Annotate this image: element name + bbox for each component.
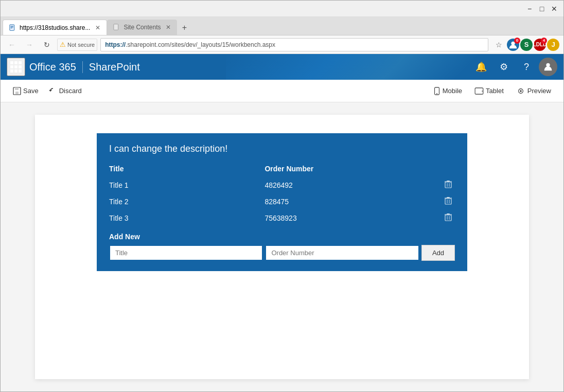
avatar-ld: LDLD 4 <box>534 39 546 51</box>
svg-rect-2 <box>11 27 13 27</box>
trash-icon <box>445 213 452 221</box>
svg-rect-28 <box>447 213 450 215</box>
row-action-1 <box>420 193 455 210</box>
mobile-icon <box>433 87 440 95</box>
settings-button[interactable]: ⚙ <box>494 57 514 77</box>
svg-rect-16 <box>445 182 451 188</box>
row-order-0: 4826492 <box>265 177 420 193</box>
svg-rect-3 <box>11 28 13 28</box>
close-button[interactable]: ✕ <box>549 4 559 14</box>
add-button[interactable]: Add <box>421 245 455 261</box>
avatar-people-icon: 0 <box>507 39 519 51</box>
svg-point-6 <box>546 63 550 67</box>
sp-main: I can change the description! Title Orde… <box>1 102 563 391</box>
help-button[interactable]: ? <box>516 57 537 77</box>
preview-button[interactable]: Preview <box>512 85 555 97</box>
maximize-button[interactable]: □ <box>537 4 547 14</box>
svg-point-15 <box>520 90 522 92</box>
avatar-j: J <box>547 39 559 51</box>
svg-point-13 <box>482 91 483 92</box>
url-normal-part: .sharepoint.com/sites/dev/_layouts/15/wo… <box>126 41 275 48</box>
svg-rect-0 <box>10 24 14 30</box>
delete-button-0[interactable] <box>442 179 455 191</box>
minimize-button[interactable]: − <box>524 4 535 14</box>
waffle-button[interactable] <box>7 58 25 76</box>
app-content: Office 365 SharePoint 🔔 ⚙ ? Save <box>1 54 563 391</box>
url-secure-part: https:// <box>105 41 126 48</box>
page-icon <box>9 24 16 31</box>
security-text: Not secure <box>67 42 95 48</box>
svg-rect-26 <box>445 215 451 221</box>
row-action-2 <box>420 210 455 226</box>
tablet-button[interactable]: Tablet <box>470 85 508 97</box>
sp-header-content: Office 365 SharePoint 🔔 ⚙ ? <box>1 57 563 77</box>
sp-header: Office 365 SharePoint 🔔 ⚙ ? <box>1 54 563 80</box>
table-row: Title 3 75638923 <box>109 210 455 226</box>
browser-avatars: 0 S LDLD 4 J <box>507 39 559 51</box>
row-title-1: Title 2 <box>109 193 265 210</box>
tab-close-inactive[interactable]: ✕ <box>166 24 171 31</box>
title-bar: − □ ✕ <box>1 1 563 17</box>
col-action-header <box>420 163 455 177</box>
input-row: Add <box>109 245 455 261</box>
row-title-0: Title 1 <box>109 177 265 193</box>
col-order-header: Order Number <box>265 163 420 177</box>
avatar-badge-1: 0 <box>514 38 520 44</box>
notification-button[interactable]: 🔔 <box>471 57 491 77</box>
delete-button-2[interactable] <box>442 212 455 224</box>
view-buttons: Mobile Tablet Preview <box>429 85 555 97</box>
tablet-icon <box>474 87 484 95</box>
webpart-table: Title Order Number Title 1 4826492 <box>109 163 455 226</box>
svg-rect-21 <box>445 199 451 204</box>
svg-point-11 <box>436 93 437 94</box>
tablet-label: Tablet <box>486 87 504 95</box>
svg-rect-23 <box>447 197 450 198</box>
row-action-0 <box>420 177 455 193</box>
save-icon <box>13 87 21 95</box>
discard-icon <box>49 87 57 95</box>
avatar-badge-3: 4 <box>541 38 547 44</box>
mobile-label: Mobile <box>443 87 462 95</box>
tab-close-active[interactable]: ✕ <box>95 24 100 31</box>
table-row: Title 2 828475 <box>109 193 455 210</box>
preview-label: Preview <box>527 87 551 95</box>
svg-rect-9 <box>15 92 19 94</box>
sp-app-name: Office 365 <box>25 61 83 73</box>
waffle-icon <box>10 61 22 73</box>
row-title-2: Title 3 <box>109 210 265 226</box>
delete-button-1[interactable] <box>442 195 455 208</box>
row-order-2: 75638923 <box>265 210 420 226</box>
browser-toolbar-icons: ☆ 0 S LDLD 4 J <box>491 38 559 52</box>
forward-button[interactable]: → <box>22 38 37 52</box>
svg-rect-18 <box>447 181 450 182</box>
tab-title-active: https://318studios.share... <box>20 24 90 31</box>
refresh-button[interactable]: ↻ <box>40 38 54 52</box>
trash-icon <box>445 197 452 205</box>
sp-header-actions: 🔔 ⚙ ? <box>471 57 557 77</box>
svg-rect-4 <box>114 24 118 30</box>
tab-active[interactable]: https://318studios.share... ✕ <box>3 20 107 35</box>
add-new-label: Add New <box>109 226 455 241</box>
user-avatar[interactable] <box>539 58 557 76</box>
table-row: Title 1 4826492 <box>109 177 455 193</box>
webpart-container: I can change the description! Title Orde… <box>97 133 467 271</box>
sp-canvas: I can change the description! Title Orde… <box>35 115 529 379</box>
avatar-s: S <box>520 39 533 51</box>
col-title-header: Title <box>109 163 265 177</box>
tab-bar: https://318studios.share... ✕ Site Conte… <box>1 17 563 35</box>
back-button[interactable]: ← <box>5 38 19 52</box>
tab-title-inactive: Site Contents <box>124 24 161 31</box>
preview-icon <box>516 87 525 95</box>
mobile-button[interactable]: Mobile <box>429 85 466 97</box>
url-bar[interactable]: https:// .sharepoint.com/sites/dev/_layo… <box>100 38 488 51</box>
trash-icon <box>445 180 452 188</box>
discard-button[interactable]: Discard <box>45 85 86 97</box>
tab-site-contents[interactable]: Site Contents ✕ <box>107 20 177 35</box>
favorite-button[interactable]: ☆ <box>491 38 506 52</box>
new-tab-button[interactable]: + <box>177 21 191 35</box>
title-input[interactable] <box>109 245 263 261</box>
order-input[interactable] <box>265 245 419 261</box>
save-button[interactable]: Save <box>9 85 43 97</box>
sp-toolbar: Save Discard Mobile Tablet Preview <box>1 80 563 102</box>
discard-label: Discard <box>59 87 82 95</box>
